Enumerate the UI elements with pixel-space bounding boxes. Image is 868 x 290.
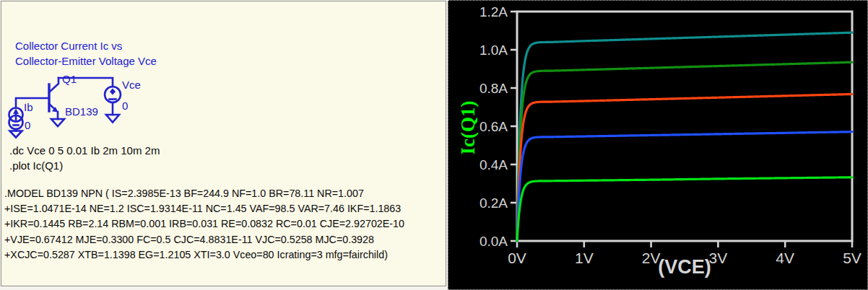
curve-Ib=6mA	[517, 94, 852, 241]
transistor-part-label[interactable]: BD139	[65, 105, 98, 118]
y-tick-label: 0.2A	[479, 195, 508, 211]
x-axis-label: (VCE)	[658, 256, 711, 278]
voltage-source-name-label[interactable]: Vce	[122, 79, 141, 91]
waveform-panel[interactable]: 0.0A0.2A0.4A0.6A0.8A1.0A1.2A0V1V2V3V4V5V…	[448, 0, 868, 290]
model-line: +XCJC=0.5287 XTB=1.1398 EG=1.2105 XTI=3.…	[4, 247, 404, 263]
ground-icon	[10, 131, 22, 138]
voltage-source-value-label[interactable]: 0	[122, 100, 128, 112]
current-source-name-label[interactable]: Ib	[24, 101, 33, 113]
spice-model-text[interactable]: .MODEL BD139 NPN ( IS=2.3985E-13 BF=244.…	[4, 186, 404, 263]
x-tick-label: 5V	[843, 250, 862, 266]
model-line: +ISE=1.0471E-14 NE=1.2 ISC=1.9314E-11 NC…	[4, 201, 404, 216]
x-tick-label: 1V	[575, 250, 594, 266]
model-line: .MODEL BD139 NPN ( IS=2.3985E-13 BF=244.…	[4, 186, 404, 201]
dc-sweep-directive: .dc Vce 0 5 0.01 Ib 2m 10m 2m	[9, 143, 160, 158]
current-arrow-icon	[13, 109, 19, 115]
ground-icon	[106, 115, 119, 123]
model-line: +IKR=0.1445 RB=2.14 RBM=0.001 IRB=0.031 …	[4, 216, 404, 232]
x-tick-label: 4V	[776, 250, 794, 266]
y-tick-label: 1.0A	[479, 43, 508, 58]
ic-vce-chart: 0.0A0.2A0.4A0.6A0.8A1.0A1.2A0V1V2V3V4V5V…	[448, 1, 866, 288]
spice-directives[interactable]: .dc Vce 0 5 0.01 Ib 2m 10m 2m .plot Ic(Q…	[9, 143, 160, 173]
plot-directive: .plot Ic(Q1)	[9, 158, 160, 173]
y-tick-label: 1.2A	[479, 4, 508, 19]
ground-icon	[51, 119, 64, 126]
x-tick-label: 3V	[709, 250, 728, 266]
y-tick-label: 0.4A	[479, 157, 508, 172]
current-source-ib[interactable]	[9, 108, 23, 138]
schematic-drawing: Q1 BD139 Ib 0 Vce 0	[1, 1, 175, 146]
y-tick-label: 0.0A	[479, 234, 508, 249]
y-axis-label: Ic(Q1)	[457, 101, 479, 155]
curve-Ib=8mA	[517, 62, 852, 241]
y-tick-label: 0.8A	[479, 81, 508, 96]
simulator-window: Collector Current Ic vs Collector-Emitte…	[0, 0, 868, 290]
curve-Ib=2mA	[517, 177, 852, 241]
model-line: +VJE=0.67412 MJE=0.3300 FC=0.5 CJC=4.883…	[4, 232, 404, 247]
transistor-collector-lead	[49, 78, 58, 92]
voltage-source-vce[interactable]	[105, 87, 121, 123]
curve-Ib=4mA	[517, 132, 852, 241]
plot-frame	[517, 12, 852, 241]
x-tick-label: 0V	[508, 250, 526, 266]
current-source-value-label[interactable]: 0	[25, 119, 30, 131]
transistor-q1[interactable]	[49, 78, 64, 126]
schematic-panel[interactable]: Collector Current Ic vs Collector-Emitte…	[1, 1, 446, 286]
transistor-ref-label[interactable]: Q1	[62, 73, 77, 85]
y-tick-label: 0.6A	[479, 119, 508, 134]
plus-mark-icon	[110, 89, 116, 95]
